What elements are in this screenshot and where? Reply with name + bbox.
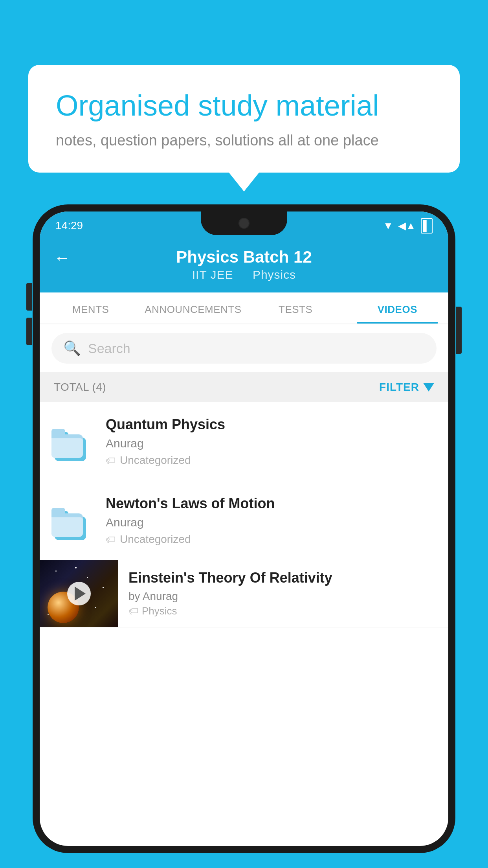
video-thumbnail-1 [51, 420, 95, 463]
tag-icon-2: 🏷 [106, 533, 116, 546]
video-author-2: Anurag [106, 516, 437, 529]
volume-up-button[interactable] [26, 283, 32, 311]
subtitle-iitjee: IIT JEE [192, 268, 233, 281]
einstein-info: Einstein's Theory Of Relativity by Anura… [118, 560, 448, 627]
phone-screen: 14:29 ▼ ◀▲ ▌ ← Physics Batch 12 IIT JEE … [40, 211, 448, 846]
filter-icon [423, 383, 434, 392]
tag-icon-1: 🏷 [106, 454, 116, 467]
video-author-3: by Anurag [128, 590, 438, 603]
header-title: Physics Batch 12 [176, 248, 312, 267]
video-list: Quantum Physics Anurag 🏷 Uncategorized [40, 402, 448, 627]
wifi-icon: ▼ [383, 220, 393, 232]
video-author-1: Anurag [106, 437, 437, 450]
tab-announcements[interactable]: ANNOUNCEMENTS [141, 292, 244, 324]
play-icon [75, 587, 86, 601]
video-tag-2: 🏷 Uncategorized [106, 533, 437, 546]
tab-tests[interactable]: TESTS [245, 292, 347, 324]
phone-outer: 14:29 ▼ ◀▲ ▌ ← Physics Batch 12 IIT JEE … [33, 204, 455, 853]
phone-mockup: 14:29 ▼ ◀▲ ▌ ← Physics Batch 12 IIT JEE … [33, 204, 455, 868]
video-thumbnail-2 [51, 499, 95, 542]
search-container: 🔍 Search [40, 324, 448, 372]
speech-bubble-wrapper: Organised study material notes, question… [28, 65, 460, 173]
tag-icon-3: 🏷 [128, 605, 139, 617]
bubble-subtext: notes, question papers, solutions all at… [56, 132, 432, 149]
video-info-1: Quantum Physics Anurag 🏷 Uncategorized [106, 416, 437, 467]
status-icons: ▼ ◀▲ ▌ [383, 218, 433, 234]
signal-icon: ◀▲ [398, 220, 416, 232]
einstein-thumbnail [40, 560, 118, 627]
list-item[interactable]: Newton's Laws of Motion Anurag 🏷 Uncateg… [40, 481, 448, 560]
video-info-2: Newton's Laws of Motion Anurag 🏷 Uncateg… [106, 495, 437, 546]
speech-bubble: Organised study material notes, question… [28, 65, 460, 173]
back-button[interactable]: ← [54, 248, 70, 267]
tab-bar: MENTS ANNOUNCEMENTS TESTS VIDEOS [40, 292, 448, 324]
filter-bar: TOTAL (4) FILTER [40, 372, 448, 402]
status-time: 14:29 [55, 219, 83, 232]
side-buttons-left [26, 283, 32, 352]
total-count-label: TOTAL (4) [54, 381, 106, 394]
video-tag-3: 🏷 Physics [128, 605, 438, 617]
list-item[interactable]: Quantum Physics Anurag 🏷 Uncategorized [40, 402, 448, 481]
phone-notch [201, 211, 287, 235]
search-placeholder: Search [88, 341, 130, 356]
search-bar[interactable]: 🔍 Search [51, 333, 437, 364]
subtitle-physics: Physics [253, 268, 296, 281]
tab-videos[interactable]: VIDEOS [347, 292, 448, 324]
volume-down-button[interactable] [26, 318, 32, 345]
bubble-heading: Organised study material [56, 88, 432, 123]
folder-icon [51, 422, 95, 461]
video-title-1: Quantum Physics [106, 416, 437, 433]
header-subtitle: IIT JEE Physics [188, 268, 300, 281]
search-icon: 🔍 [63, 340, 81, 357]
video-title-3: Einstein's Theory Of Relativity [128, 570, 438, 586]
list-item[interactable]: Einstein's Theory Of Relativity by Anura… [40, 560, 448, 627]
camera-dot [238, 218, 250, 229]
side-buttons-right [456, 307, 462, 354]
tab-ments[interactable]: MENTS [40, 292, 141, 324]
video-tag-1: 🏷 Uncategorized [106, 454, 437, 467]
folder-icon [51, 501, 95, 540]
filter-button[interactable]: FILTER [379, 381, 434, 394]
app-header: ← Physics Batch 12 IIT JEE Physics [40, 240, 448, 292]
power-button[interactable] [456, 307, 462, 354]
play-button[interactable] [67, 582, 91, 605]
video-title-2: Newton's Laws of Motion [106, 495, 437, 512]
battery-icon: ▌ [421, 218, 433, 234]
